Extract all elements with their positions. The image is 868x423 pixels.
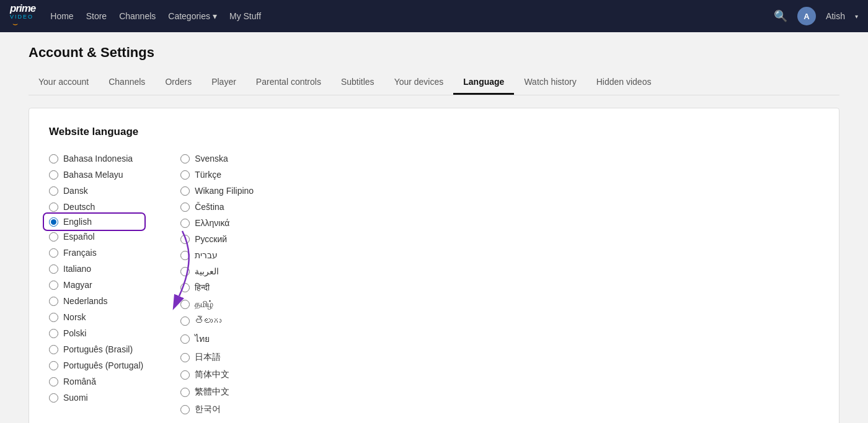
radio-ivrit[interactable] [180, 251, 190, 260]
lang-svenska[interactable]: Svenska [180, 150, 254, 167]
lang-russkiy[interactable]: Русский [180, 231, 254, 247]
radio-bahasa-melayu[interactable] [49, 170, 58, 180]
page-container: Account & Settings Your account Channels… [19, 32, 849, 423]
radio-thai[interactable] [180, 334, 190, 344]
lang-hindi[interactable]: हिन्दी [180, 279, 254, 296]
lang-label-bahasa-indonesia: Bahasa Indonesia [63, 154, 133, 164]
radio-cestina[interactable] [180, 203, 190, 212]
tabs-bar: Your account Channels Orders Player Pare… [29, 71, 839, 95]
lang-telugu[interactable]: తెలుగు [180, 313, 254, 329]
radio-tamil[interactable] [180, 300, 190, 309]
radio-simplified-chinese[interactable] [180, 370, 190, 380]
radio-nederlands[interactable] [49, 297, 58, 306]
lang-label-russkiy: Русский [195, 234, 227, 244]
radio-arabic[interactable] [180, 267, 190, 276]
lang-espanol[interactable]: Español [49, 229, 143, 245]
tab-your-devices[interactable]: Your devices [384, 71, 454, 95]
radio-romana[interactable] [49, 377, 58, 386]
radio-hindi[interactable] [180, 283, 190, 292]
tab-orders[interactable]: Orders [155, 71, 202, 95]
tab-your-account[interactable]: Your account [29, 71, 99, 95]
lang-suomi[interactable]: Suomi [49, 390, 143, 406]
lang-label-turkce: Türkçe [195, 170, 221, 180]
tab-watch-history[interactable]: Watch history [514, 71, 586, 95]
lang-polski[interactable]: Polski [49, 325, 143, 341]
lang-label-hindi: हिन्दी [195, 282, 210, 293]
nav-home[interactable]: Home [50, 11, 73, 21]
radio-dansk[interactable] [49, 186, 58, 196]
radio-turkce[interactable] [180, 170, 190, 180]
nav-categories-dropdown[interactable]: Categories ▾ [168, 11, 217, 21]
lang-dansk[interactable]: Dansk [49, 183, 143, 199]
tab-player[interactable]: Player [202, 71, 246, 95]
lang-label-francais: Français [63, 248, 97, 258]
radio-english[interactable] [49, 217, 58, 227]
nav-store[interactable]: Store [86, 11, 107, 21]
lang-english[interactable]: English [45, 215, 143, 229]
radio-italiano[interactable] [49, 264, 58, 274]
radio-suomi[interactable] [49, 393, 58, 403]
tab-subtitles[interactable]: Subtitles [331, 71, 384, 95]
lang-label-espanol: Español [63, 232, 95, 242]
radio-ellinika[interactable] [180, 219, 190, 228]
lang-nederlands[interactable]: Nederlands [49, 293, 143, 309]
radio-portugues-brasil[interactable] [49, 345, 58, 354]
user-name[interactable]: Atish [826, 11, 845, 21]
lang-tamil[interactable]: தமிழ் [180, 296, 254, 313]
lang-arabic[interactable]: العربية [180, 263, 254, 279]
lang-magyar[interactable]: Magyar [49, 277, 143, 293]
lang-japanese[interactable]: 日本語 [180, 349, 254, 366]
lang-label-cestina: Čeština [195, 202, 224, 212]
lang-label-svenska: Svenska [195, 154, 228, 164]
lang-portugues-portugal[interactable]: Português (Portugal) [49, 357, 143, 373]
lang-portugues-brasil[interactable]: Português (Brasil) [49, 341, 143, 357]
nav-channels[interactable]: Channels [119, 11, 156, 21]
lang-romana[interactable]: Română [49, 373, 143, 390]
page-title: Account & Settings [29, 45, 839, 61]
lang-label-japanese: 日本語 [195, 352, 221, 363]
radio-deutsch[interactable] [49, 203, 58, 212]
tab-hidden-videos[interactable]: Hidden videos [587, 71, 662, 95]
radio-francais[interactable] [49, 248, 58, 258]
lang-ellinika[interactable]: Ελληνικά [180, 215, 254, 231]
logo-curve: ⌣ [12, 19, 35, 29]
radio-bahasa-indonesia[interactable] [49, 154, 58, 164]
lang-deutsch[interactable]: Deutsch [49, 199, 143, 215]
radio-korean[interactable] [180, 405, 190, 414]
lang-label-deutsch: Deutsch [63, 202, 95, 212]
lang-ivrit[interactable]: עברית [180, 247, 254, 263]
nav-my-stuff[interactable]: My Stuff [229, 11, 261, 21]
radio-japanese[interactable] [180, 353, 190, 362]
radio-traditional-chinese[interactable] [180, 388, 190, 397]
search-icon[interactable]: 🔍 [774, 9, 787, 23]
lang-norsk[interactable]: Norsk [49, 309, 143, 325]
tab-channels[interactable]: Channels [99, 71, 155, 95]
tab-language[interactable]: Language [453, 71, 514, 95]
tab-parental-controls[interactable]: Parental controls [246, 71, 331, 95]
lang-italiano[interactable]: Italiano [49, 261, 143, 277]
lang-traditional-chinese[interactable]: 繁體中文 [180, 383, 254, 401]
lang-turkce[interactable]: Türkçe [180, 167, 254, 183]
radio-magyar[interactable] [49, 281, 58, 290]
radio-polski[interactable] [49, 329, 58, 338]
lang-bahasa-melayu[interactable]: Bahasa Melayu [49, 167, 143, 183]
radio-portugues-portugal[interactable] [49, 361, 58, 370]
lang-thai[interactable]: ไทย [180, 329, 254, 349]
lang-cestina[interactable]: Čeština [180, 199, 254, 215]
radio-wikang-filipino[interactable] [180, 186, 190, 196]
radio-norsk[interactable] [49, 313, 58, 322]
lang-label-english: English [63, 217, 92, 227]
radio-telugu[interactable] [180, 316, 190, 326]
lang-francais[interactable]: Français [49, 245, 143, 261]
lang-korean[interactable]: 한국어 [180, 401, 254, 418]
lang-label-wikang-filipino: Wikang Filipino [195, 186, 254, 196]
radio-svenska[interactable] [180, 154, 190, 164]
radio-russkiy[interactable] [180, 235, 190, 244]
prime-video-logo[interactable]: prime video ⌣ [10, 3, 35, 30]
lang-label-nederlands: Nederlands [63, 296, 108, 306]
lang-label-portugues-portugal: Português (Portugal) [63, 360, 143, 370]
lang-wikang-filipino[interactable]: Wikang Filipino [180, 183, 254, 199]
lang-simplified-chinese[interactable]: 简体中文 [180, 366, 254, 383]
radio-espanol[interactable] [49, 232, 58, 242]
lang-bahasa-indonesia[interactable]: Bahasa Indonesia [49, 150, 143, 167]
